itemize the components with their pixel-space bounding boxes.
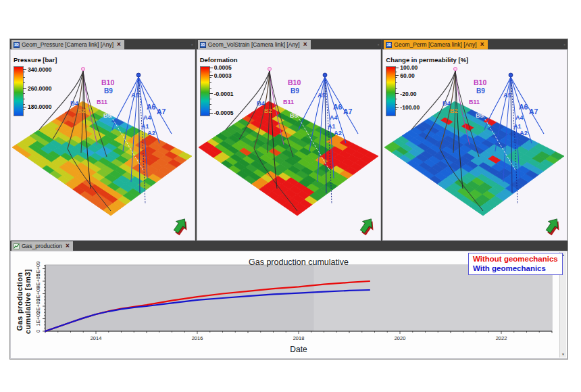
volstrain-colorbar-legend: Deformation 0.00050.0003-0.0001-0.0005 — [200, 56, 238, 116]
tabbar-menu-icon[interactable]: - — [563, 42, 565, 47]
legend-entry-with-geomechanics: With geomechanics — [473, 264, 558, 273]
colorbar-minor-tick — [23, 99, 25, 99]
colorbar-minor-tick — [395, 88, 397, 89]
well-label: B10 — [101, 78, 114, 87]
surface-mesh — [199, 101, 378, 216]
tabbar-menu-icon[interactable]: - — [378, 42, 380, 47]
panel-pressure-tabbar: 3D Geom_Pressure [Camera link] [Any] × - — [10, 39, 195, 49]
page: { "ui": { "close_glyph": "×", "menu_glyp… — [0, 0, 581, 392]
north-arrow-icon — [171, 216, 191, 237]
chart-legend: Without geomechanics With geomechanics — [468, 253, 563, 275]
well-label: A2 — [520, 129, 528, 137]
svg-text:2014: 2014 — [91, 335, 102, 341]
well-label: B2 — [264, 107, 272, 114]
close-icon[interactable]: × — [66, 243, 70, 249]
colorbar-tick-label: 60.00 — [395, 72, 414, 79]
viewport-row: 3D Geom_Pressure [Camera link] [Any] × -… — [10, 39, 567, 241]
perm-3d-viewport[interactable]: B10B9B11B4B2B5A5A6A7A4A1A2 Change in per… — [382, 49, 567, 241]
panel-volstrain: 3D Geom_VolStrain [Camera link] [Any] × … — [197, 39, 382, 241]
svg-text:2020: 2020 — [395, 335, 406, 341]
well-label: B5 — [290, 112, 298, 119]
colorbar: 100.0060.00-20.00-100.00 — [386, 66, 468, 116]
panel-volstrain-tabbar: 3D Geom_VolStrain [Camera link] [Any] × … — [197, 39, 382, 49]
colorbar-minor-tick — [209, 82, 211, 83]
tab-label: Geom_Perm [Camera link] [Any] — [394, 41, 476, 48]
well-label: B10 — [474, 78, 486, 87]
close-icon[interactable]: × — [117, 42, 121, 47]
svg-text:2016: 2016 — [192, 335, 203, 341]
colorbar-minor-tick — [23, 82, 25, 83]
well-label: A5 — [503, 91, 512, 99]
well-label: A5 — [131, 91, 140, 99]
wellhead-marker-left — [82, 68, 85, 71]
app-window: 3D Geom_Pressure [Camera link] [Any] × -… — [9, 39, 568, 360]
svg-text:0: 0 — [35, 330, 41, 333]
surface-mesh — [384, 101, 564, 216]
colorbar-minor-tick — [209, 88, 211, 89]
svg-text:5E+09: 5E+09 — [35, 262, 41, 276]
wellhead-marker-right — [136, 73, 141, 77]
north-arrow-icon — [357, 216, 377, 237]
well-label: B4 — [257, 99, 266, 107]
well-label: A7 — [157, 107, 166, 116]
colorbar: 0.00050.0003-0.0001-0.0005 — [200, 66, 238, 116]
well-label: A2 — [147, 129, 155, 137]
colorbar-minor-tick — [23, 77, 25, 78]
scroll-down-icon[interactable]: ▼ — [560, 351, 566, 358]
pressure-3d-viewport[interactable]: B10B9B11B4B2B5A5A6A7A4A1A2 Pressure [bar… — [10, 49, 195, 241]
well-label: B9 — [290, 87, 299, 95]
tab-gas-production[interactable]: Gas_production × — [11, 241, 73, 251]
colorbar-minor-tick — [209, 104, 211, 105]
close-icon[interactable]: × — [303, 42, 307, 47]
colorbar-gradient — [386, 66, 396, 116]
legend-entry-without-geomechanics: Without geomechanics — [473, 254, 558, 264]
panel-pressure: 3D Geom_Pressure [Camera link] [Any] × -… — [10, 39, 195, 241]
well-label: A4 — [330, 114, 338, 121]
panel-perm-tabbar: 3D Geom_Perm [Camera link] [Any] × - — [382, 39, 567, 49]
panel-gas-production: Gas_production × Gas production cumulati… — [10, 241, 567, 359]
panel-perm: 3D Geom_Perm [Camera link] [Any] × - B10… — [382, 39, 567, 241]
well-label: A6 — [333, 103, 343, 111]
colorbar-gradient — [200, 66, 210, 116]
tab-label: Gas_production — [22, 243, 62, 249]
x-axis-label: Date — [45, 345, 552, 354]
colorbar-tick-label: 0.0003 — [209, 72, 232, 79]
tab-label: Geom_VolStrain [Camera link] [Any] — [208, 41, 300, 48]
tab-geom-pressure[interactable]: 3D Geom_Pressure [Camera link] [Any] × — [11, 40, 124, 49]
colorbar-minor-tick — [395, 82, 397, 83]
colorbar-tick-label: 0.0005 — [209, 64, 232, 71]
well-label: B9 — [104, 87, 113, 95]
colorbar-tick-label: -0.0005 — [209, 109, 234, 116]
well-label: A4 — [143, 114, 151, 121]
well-label: B10 — [288, 78, 301, 87]
gas-production-chart-area: Gas production cumulative Without geomec… — [10, 251, 567, 359]
colorbar-tick-label: 180.0000 — [23, 103, 51, 110]
perm-colorbar-legend: Change in permeability [%] 100.0060.00-2… — [386, 56, 468, 116]
volstrain-3d-viewport[interactable]: B10B9B11B4B2B5A5A6A7A4A1A2 Deformation 0… — [197, 49, 382, 241]
close-icon[interactable]: × — [480, 42, 484, 47]
wellhead-marker-right — [323, 73, 327, 77]
3d-window-icon: 3D — [14, 42, 20, 48]
colorbar-minor-tick — [395, 99, 397, 99]
well-label: B2 — [78, 107, 86, 114]
3d-window-icon: 3D — [386, 42, 392, 48]
colorbar-tick-label: -0.0001 — [209, 91, 234, 97]
wellhead-marker-right — [509, 73, 513, 77]
well-label: A7 — [343, 107, 353, 116]
well-label: B9 — [476, 87, 485, 95]
colorbar-title: Change in permeability [%] — [386, 56, 468, 64]
colorbar-tick-label: 340.0000 — [23, 66, 51, 73]
well-label: A6 — [147, 103, 156, 111]
chart-icon — [14, 243, 20, 249]
well-label: B11 — [469, 99, 480, 105]
gas-production-tabbar: Gas_production × — [10, 241, 567, 251]
well-label: B4 — [70, 99, 79, 107]
tab-geom-volstrain[interactable]: 3D Geom_VolStrain [Camera link] [Any] × — [198, 40, 311, 49]
colorbar-tick-label: 260.0000 — [23, 85, 51, 92]
tab-geom-perm[interactable]: 3D Geom_Perm [Camera link] [Any] × — [384, 40, 487, 49]
wellhead-marker-left — [268, 68, 271, 71]
colorbar-title: Pressure [bar] — [14, 56, 57, 64]
colorbar-tick-label: 100.00 — [395, 64, 418, 71]
well-label: B5 — [103, 112, 111, 119]
tabbar-menu-icon[interactable]: - — [191, 42, 193, 47]
